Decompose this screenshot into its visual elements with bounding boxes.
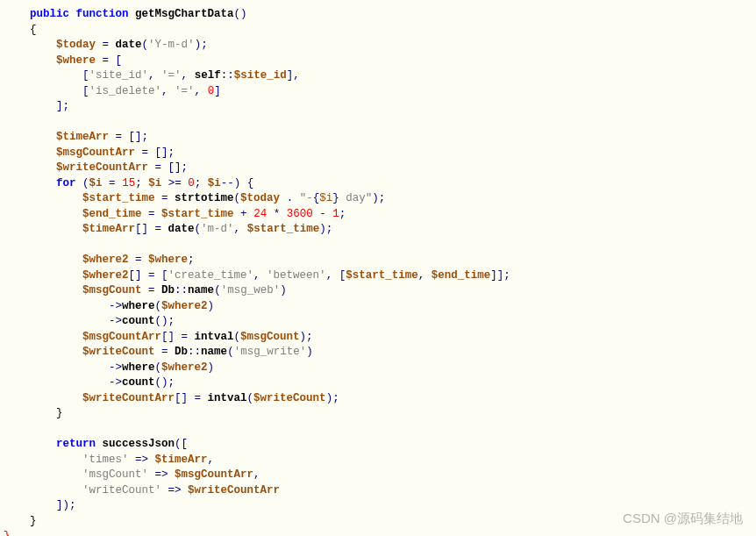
keyword-public: public <box>30 8 69 20</box>
function-name: getMsgChartData <box>135 8 234 20</box>
code-block: public function getMsgChartData() { $tod… <box>4 7 756 536</box>
keyword-function: function <box>76 8 129 20</box>
